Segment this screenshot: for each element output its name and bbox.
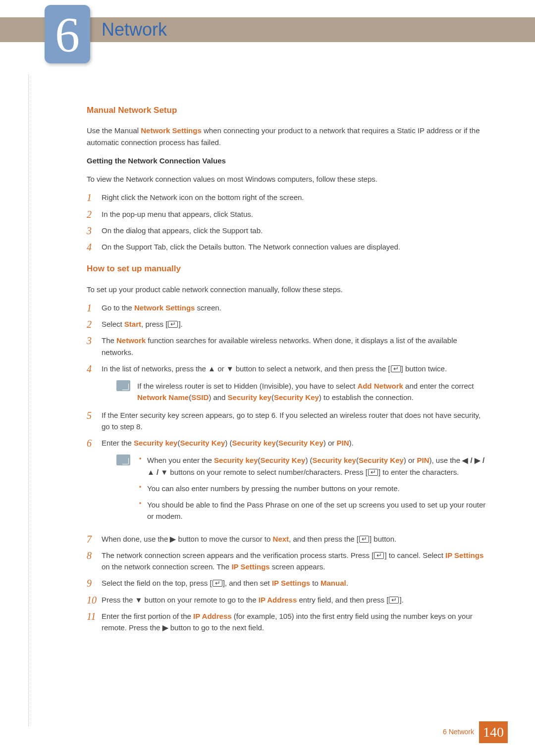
right-arrow-icon: ▶ [170,535,176,543]
step-item: 5 If the Enter security key screen appea… [87,409,490,433]
hl-manual: Manual [321,579,346,587]
hl-network-settings: Network Settings [134,303,195,312]
left-margin-rule [28,74,29,726]
sub-intro: To view the Network connection values on… [87,173,490,185]
hl-security-key: Security key [232,439,276,447]
section-intro: To set up your product cable network con… [87,284,490,295]
step-item: 10 Press the ▼ button on your remote to … [87,594,490,605]
hl-pin: PIN [336,439,349,447]
hl-security-key: Security key [134,439,177,447]
section-intro: Use the Manual Network Settings when con… [87,125,490,148]
hl-ip-settings: IP Settings [445,551,483,559]
step-item: 6 Enter the Security key(Security Key) (… [87,437,490,527]
list-item: When you enter the Security key(Security… [137,454,490,478]
section-heading: Manual Network Setup [87,104,490,117]
enter-icon [391,365,401,372]
note-icon [116,380,130,391]
list-item: You can also enter numbers by pressing t… [137,483,490,494]
step-item: 4 In the list of networks, press the ▲ o… [87,363,490,403]
note-bullet-list: When you enter the Security key(Security… [137,454,490,522]
step-item: 1Right click the Network icon on the bot… [87,192,490,203]
hl-ip-settings: IP Settings [272,579,310,587]
step-item: 1 Go to the Network Settings screen. [87,302,490,313]
hl-add-network: Add Network [357,382,403,390]
hl-ssid: SSID [191,393,209,402]
note-body: When you enter the Security key(Security… [137,454,490,527]
hl-network-name: Network Name [137,393,189,402]
hl-security-key: Security key [313,456,356,464]
footer-chapter-label: 6 Network [443,727,474,738]
hl-security-key: Security Key [359,456,404,464]
steps-list-1: 1Right click the Network icon on the bot… [87,192,490,252]
step-item: 4On the Support Tab, click the Details b… [87,241,490,252]
chapter-badge: 6 [45,5,90,63]
hl-ip-address: IP Address [259,596,297,604]
hl-security-key: Security key [214,456,258,464]
list-item: You should be able to find the Pass Phra… [137,499,490,522]
note-icon [116,454,130,465]
step-item: 3 The Network function searches for avai… [87,335,490,358]
sub-heading: Getting the Network Connection Values [87,155,490,166]
hl-ip-settings: IP Settings [231,562,269,571]
step-item: 8 The network connection screen appears … [87,550,490,573]
step-item: 9 Select the field on the top, press [],… [87,577,490,589]
hl-security-key: Security Key [278,439,323,447]
enter-icon [374,552,384,559]
note-body: If the wireless router is set to Hidden … [137,380,490,403]
enter-icon [168,321,178,328]
chapter-number: 6 [55,0,80,73]
hl-next: Next [273,535,289,543]
down-arrow-icon: ▼ [226,364,234,373]
step-item: 3On the dialog that appears, click the S… [87,225,490,236]
enter-icon [359,536,369,543]
page-number: 140 [479,721,508,743]
enter-icon [213,580,222,587]
step-item: 2In the pop-up menu that appears, click … [87,208,490,220]
hl-ip-address: IP Address [193,612,232,620]
page-content: Manual Network Setup Use the Manual Netw… [87,94,490,639]
hl-pin: PIN [417,456,429,464]
hl-security-key: Security Key [180,439,225,447]
hl-security-key: Security Key [274,393,319,402]
enter-icon [389,597,399,604]
hl-network-settings: Network Settings [141,126,202,135]
hl-network: Network [116,336,146,345]
right-arrow-icon: ▶ [162,623,168,632]
step-item: 7 When done, use the ▶ button to move th… [87,533,490,545]
page-footer: 6 Network 140 [443,721,508,743]
down-arrow-icon: ▼ [135,596,143,604]
step-item: 11 Enter the first portion of the IP Add… [87,610,490,634]
note-block: If the wireless router is set to Hidden … [116,380,490,403]
step-item: 2 Select Start, press []. [87,318,490,330]
note-block: When you enter the Security key(Security… [116,454,490,527]
chapter-title: Network [102,16,167,44]
hl-security-key: Security Key [260,456,305,464]
section-heading: How to set up manually [87,262,490,275]
enter-icon [368,469,378,476]
hl-security-key: Security key [228,393,271,402]
hl-start: Start [124,320,141,328]
steps-list-2: 1 Go to the Network Settings screen. 2 S… [87,302,490,634]
up-arrow-icon: ▲ [208,364,215,373]
